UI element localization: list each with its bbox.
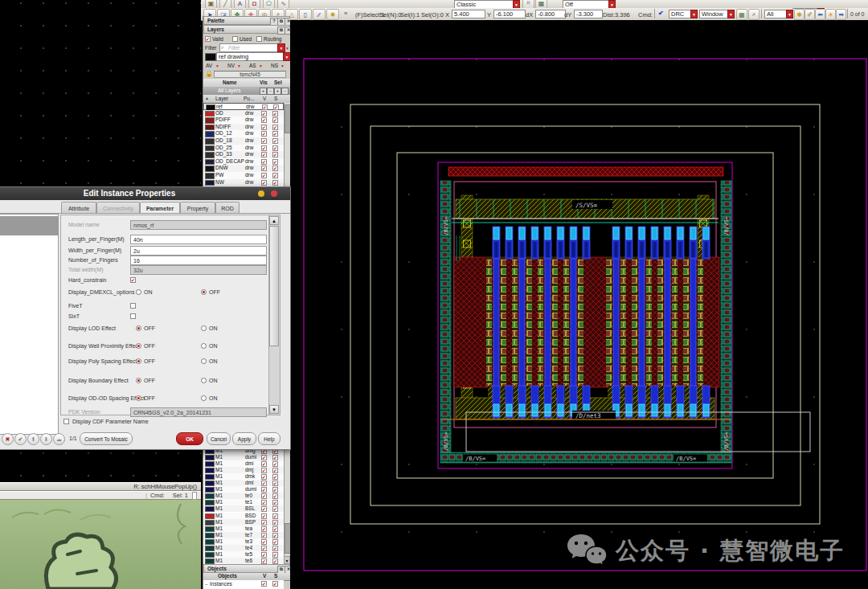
filter-combo-arrow[interactable]: ▼ <box>277 43 285 52</box>
radio-off[interactable] <box>136 358 141 364</box>
layer-row[interactable]: M1te1✔✔ <box>203 499 284 505</box>
objects-visible-checkbox[interactable]: ✔ <box>261 581 267 587</box>
layer-visible-checkbox[interactable]: ✔ <box>261 546 267 551</box>
probe-icon[interactable]: ⁄⁄ <box>313 9 326 20</box>
tree-item[interactable]: 0-nmos_rf <box>0 226 58 235</box>
layer-row[interactable]: M1tea✔✔ <box>203 526 284 532</box>
layer-selectable-checkbox[interactable]: ✔ <box>272 506 278 512</box>
layer-visible-checkbox[interactable]: ✔ <box>261 125 267 130</box>
sel-plus-button[interactable]: + <box>274 88 281 95</box>
layer-selectable-checkbox[interactable]: ✔ <box>272 558 278 564</box>
field-checkbox[interactable] <box>130 303 136 309</box>
layer-row[interactable]: M1dmj✔✔ <box>203 467 284 473</box>
layer-visible-checkbox[interactable]: ✔ <box>261 481 267 486</box>
layer-selectable-checkbox[interactable]: ✔ <box>272 145 278 151</box>
layer-visible-checkbox[interactable]: ✔ <box>261 117 267 123</box>
layer-row[interactable]: OD_18drw✔✔ <box>203 137 284 145</box>
layer-row[interactable]: M1dml✔✔ <box>203 480 284 486</box>
layer-row[interactable]: M1te7✔✔ <box>203 532 284 538</box>
tab-attribute[interactable]: Attribute <box>61 202 96 214</box>
field-readonly[interactable]: CRN45GS_v2.0_2a_20141231 <box>130 407 267 417</box>
layout-canvas[interactable]: /S/VS=/D/net3/B/VS=/B/VS=/B/VS=/B/VS=/B/… <box>203 20 868 589</box>
layer-visible-checkbox[interactable]: ✔ <box>261 552 267 558</box>
layer-visible-checkbox[interactable]: ✔ <box>261 131 267 137</box>
radio-off[interactable] <box>136 325 141 331</box>
layer-selectable-checkbox[interactable]: ✔ <box>272 513 278 519</box>
field-input[interactable]: 2u <box>130 246 267 256</box>
layer-row[interactable]: DNWdrw✔✔ <box>203 165 284 172</box>
layer-visible-checkbox[interactable]: ✔ <box>261 145 267 151</box>
radio-on[interactable] <box>136 289 141 295</box>
toggle-av-arrow[interactable]: ▼ <box>215 63 219 68</box>
layer-visible-checkbox[interactable]: ✔ <box>261 159 267 165</box>
coord-value-Y[interactable]: -6.100 <box>493 10 526 18</box>
help-button[interactable]: Help <box>258 432 280 445</box>
objects-row-instances[interactable]: –Instances✔✔ <box>203 580 284 589</box>
layer-row[interactable]: M1te0✔✔ <box>203 493 284 499</box>
layer-row[interactable]: M1dmk✔✔ <box>203 473 284 480</box>
down-arrow-icon[interactable]: ⬇ <box>40 433 52 445</box>
layer-selectable-checkbox[interactable]: ✔ <box>272 468 278 473</box>
layer-selectable-checkbox[interactable]: ✔ <box>272 138 278 144</box>
all-layers-row[interactable]: All Layers+-+- <box>203 87 290 95</box>
layer-visible-checkbox[interactable]: ✔ <box>261 461 267 467</box>
vis-minus-button[interactable]: - <box>267 88 274 95</box>
layer-row[interactable]: M1dumi✔✔ <box>203 454 284 460</box>
close-icon[interactable]: ✕ <box>285 27 290 35</box>
coord-value-dY[interactable]: -3.300 <box>574 10 603 18</box>
layer-visible-checkbox[interactable]: ✔ <box>261 173 267 178</box>
up-arrow-icon[interactable]: ⬆ <box>27 433 39 445</box>
window-combo[interactable]: Window <box>699 10 731 18</box>
check-icon[interactable]: ✔ <box>658 10 664 17</box>
toggle-av[interactable]: AV <box>206 63 212 68</box>
highlight-icon[interactable]: ✹ <box>326 9 339 20</box>
scroll-up-icon[interactable]: ▲ <box>269 216 279 225</box>
toggle-nv-arrow[interactable]: ▼ <box>237 63 241 68</box>
layer-visible-checkbox[interactable]: ✔ <box>261 533 267 538</box>
filter-routing-checkbox[interactable] <box>256 36 262 42</box>
layer-visible-checkbox[interactable]: ✔ <box>261 513 267 519</box>
layer-selectable-checkbox[interactable]: ✔ <box>272 500 278 505</box>
refresh-icon[interactable]: ☀ <box>825 9 836 20</box>
probe-wand-icon[interactable]: ✐ <box>805 9 815 20</box>
radio-on[interactable] <box>201 358 207 364</box>
layer-selectable-checkbox[interactable]: ✔ <box>272 125 278 130</box>
field-checkbox[interactable] <box>130 313 136 319</box>
layer-selectable-checkbox[interactable]: ✔ <box>272 180 278 186</box>
field-input[interactable]: 40n <box>130 235 267 244</box>
radio-off[interactable] <box>136 343 141 349</box>
toggle-ns-arrow[interactable]: ▼ <box>280 63 285 68</box>
layer-row[interactable]: ODdrw✔✔ <box>203 110 284 117</box>
layer-row[interactable]: NWdrw✔✔ <box>203 179 284 186</box>
layer-visible-checkbox[interactable]: ✔ <box>261 493 267 499</box>
layer-row[interactable]: M1te5✔✔ <box>203 551 284 558</box>
filter-valid-checkbox[interactable]: ✔ <box>205 36 211 42</box>
layer-filter-input[interactable]: ⌕Filter <box>219 43 280 52</box>
layer-visible-checkbox[interactable]: ✔ <box>261 468 267 473</box>
layer-visible-checkbox[interactable]: ✔ <box>261 500 267 505</box>
radio-on[interactable] <box>201 325 207 331</box>
upload-icon[interactable]: ☁ <box>53 433 65 445</box>
layer-selectable-checkbox[interactable]: ✔ <box>272 493 278 499</box>
tab-rod[interactable]: ROD <box>215 202 240 214</box>
toolbar-overflow[interactable]: » <box>344 10 347 17</box>
radio-off[interactable] <box>201 289 207 295</box>
layer-selectable-checkbox[interactable]: ✔ <box>272 461 278 467</box>
convert-to-mosaic-button[interactable]: Convert To Mosaic <box>80 432 133 445</box>
radio-on[interactable] <box>201 343 207 349</box>
layer-selectable-checkbox[interactable]: ✔ <box>272 117 278 123</box>
layer-visible-checkbox[interactable]: ✔ <box>261 506 267 512</box>
close-doc-icon[interactable]: ✖ <box>2 433 14 445</box>
layer-selectable-checkbox[interactable]: ✔ <box>272 552 278 558</box>
field-checkbox[interactable]: ✔ <box>130 277 136 283</box>
layer-visible-checkbox[interactable]: ✔ <box>261 558 267 564</box>
active-layer-combo[interactable]: ref drawing <box>216 52 287 61</box>
layer-visible-checkbox[interactable]: ✔ <box>261 111 267 117</box>
layer-visible-checkbox[interactable]: ✔ <box>261 526 267 532</box>
scroll-down-icon[interactable]: ▼ <box>284 556 290 564</box>
instance-tree-pane[interactable]: ces (1)0-nmos_rf <box>0 214 59 435</box>
field-readonly[interactable]: nmos_rf <box>130 220 267 230</box>
layer-row[interactable]: PWdrw✔✔ <box>203 172 284 179</box>
layer-visible-checkbox[interactable]: ✔ <box>261 539 267 545</box>
layer-row[interactable]: M1te3✔✔ <box>203 538 284 545</box>
